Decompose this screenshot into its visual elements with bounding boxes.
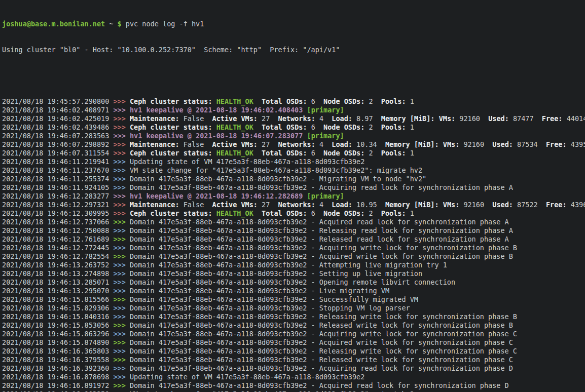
log-timestamp: 2021/08/18 19:46:02.408971 <box>2 106 113 114</box>
blank-line <box>2 71 585 80</box>
prompt-user-host: joshua@base.m.bonilan.net <box>2 20 105 28</box>
log-line-vm-event: 2021/08/18 19:46:11.924105 >>> Domain 41… <box>2 183 585 192</box>
log-line-vm-event: 2021/08/18 19:46:12.772445 >>> Domain 41… <box>2 244 585 252</box>
node-osds-label: Node OSDs: <box>323 149 364 157</box>
log-output: 2021/08/18 19:45:57.290800 >>> Ceph clus… <box>2 97 585 392</box>
networks-value: 4 <box>315 140 332 148</box>
log-message-text: Domain 417e5a3f-88eb-467a-a118-8d093cfb3… <box>130 226 513 234</box>
total-osds-value: 6 <box>307 149 324 157</box>
log-message-text: Domain 417e5a3f-88eb-467a-a118-8d093cfb3… <box>130 364 513 372</box>
load-value: 10.34 <box>352 140 385 148</box>
free-value: 44014 <box>563 114 585 123</box>
total-osds-label: Total OSDs: <box>262 97 307 105</box>
log-level-marker: >>> <box>113 114 125 123</box>
log-line-vm-event: 2021/08/18 19:46:16.903250 >>> VM state … <box>2 390 585 392</box>
log-line-vm-event: 2021/08/18 19:46:13.295070 >>> Domain 41… <box>2 287 585 295</box>
vms-value: 92160 <box>459 201 492 209</box>
log-line-ceph-status: 2021/08/18 19:46:02.439486 >>> Ceph clus… <box>2 123 585 132</box>
log-message-text: VM state change for "417e5a3f-88eb-467a-… <box>130 166 422 174</box>
log-message-text: Domain 417e5a3f-88eb-467a-a118-8d093cfb3… <box>130 235 509 243</box>
log-timestamp: 2021/08/18 19:46:16.365803 <box>2 347 113 355</box>
spacer <box>126 356 130 364</box>
load-label: Load: <box>332 201 352 209</box>
log-line-node-status: 2021/08/18 19:46:12.297321 >>> Maintenan… <box>2 201 585 209</box>
log-level-marker: >>> <box>113 287 125 295</box>
log-message-text: Domain 417e5a3f-88eb-467a-a118-8d093cfb3… <box>130 287 389 295</box>
log-timestamp: 2021/08/18 19:46:12.772445 <box>2 244 113 252</box>
log-timestamp: 2021/08/18 19:46:16.392360 <box>2 364 113 372</box>
log-level-marker: >>> <box>113 183 125 191</box>
spacer <box>126 226 130 234</box>
active-vms-value: 27 <box>258 114 278 123</box>
log-level-marker: >>> <box>113 321 125 329</box>
health-status-value: HEALTH_OK <box>216 149 253 157</box>
total-osds-value: 6 <box>307 97 324 105</box>
spacer <box>435 114 439 123</box>
load-label: Load: <box>332 114 352 123</box>
total-osds-label: Total OSDs: <box>262 149 307 157</box>
spacer <box>212 149 216 157</box>
used-label: Used: <box>492 140 513 148</box>
log-line-ceph-status: 2021/08/18 19:46:12.309995 >>> Ceph clus… <box>2 209 585 218</box>
spacer <box>126 347 130 355</box>
used-label: Used: <box>492 201 513 209</box>
spacer <box>303 192 307 200</box>
terminal-window[interactable]: joshua@base.m.bonilan.net ~ $ pvc node l… <box>0 0 585 392</box>
active-vms-label: Active VMs: <box>212 140 258 148</box>
pools-value: 1 <box>406 209 414 217</box>
log-timestamp: 2021/08/18 19:46:15.829306 <box>2 304 113 312</box>
prompt-command: pvc node log -f hv1 <box>126 20 204 28</box>
log-line-vm-event: 2021/08/18 19:46:12.761689 >>> Domain 41… <box>2 235 585 244</box>
active-vms-value: 27 <box>258 201 278 209</box>
log-level-marker: >>> <box>113 235 125 243</box>
log-message-text: Domain 417e5a3f-88eb-467a-a118-8d093cfb3… <box>130 347 517 355</box>
total-osds-label: Total OSDs: <box>262 209 307 217</box>
ceph-status-label: Ceph cluster status: <box>130 209 212 217</box>
free-value: 43961 <box>567 201 585 209</box>
spacer <box>126 218 130 226</box>
log-line-ceph-status: 2021/08/18 19:45:57.290800 >>> Ceph clus… <box>2 97 585 106</box>
health-status-value: HEALTH_OK <box>216 97 253 105</box>
log-line-vm-event: 2021/08/18 19:46:16.365803 >>> Domain 41… <box>2 347 585 356</box>
free-label: Free: <box>546 140 567 148</box>
log-message-text: Updating state of VM 417e5a3f-88eb-467a-… <box>130 373 364 381</box>
log-level-marker: >>> <box>113 381 125 389</box>
log-message-text: Domain 417e5a3f-88eb-467a-a118-8d093cfb3… <box>130 312 517 321</box>
networks-value: 4 <box>315 114 332 123</box>
log-line-node-status: 2021/08/18 19:46:02.425019 >>> Maintenan… <box>2 114 585 123</box>
spacer <box>126 312 130 321</box>
log-line-vm-event: 2021/08/18 19:46:12.750088 >>> Domain 41… <box>2 226 585 235</box>
vms-label: VMs: <box>443 140 460 148</box>
spacer <box>126 106 130 114</box>
log-line-vm-event: 2021/08/18 19:46:12.737066 >>> Domain 41… <box>2 218 585 226</box>
spacer <box>303 106 307 114</box>
log-line-node-status: 2021/08/18 19:46:07.298892 >>> Maintenan… <box>2 140 585 149</box>
log-line-keepalive: 2021/08/18 19:46:12.283277 >>> hv1 keepa… <box>2 192 585 201</box>
spacer <box>126 235 130 243</box>
used-value: 87534 <box>513 140 546 148</box>
free-label: Free: <box>542 114 563 123</box>
networks-label: Networks: <box>278 114 315 123</box>
keepalive-text: hv1 keepalive @ 2021-08-18 19:46:07.2830… <box>130 132 303 140</box>
log-message-text: Domain 417e5a3f-88eb-467a-a118-8d093cfb3… <box>130 381 509 389</box>
free-label: Free: <box>546 201 567 209</box>
spacer <box>253 123 262 131</box>
spacer <box>126 97 130 105</box>
log-timestamp: 2021/08/18 19:46:15.874890 <box>2 338 113 346</box>
spacer <box>303 132 307 140</box>
vms-label: VMs: <box>439 114 456 123</box>
spacer <box>212 209 216 217</box>
keepalive-text: hv1 keepalive @ 2021-08-18 19:46:12.2826… <box>130 192 303 200</box>
spacer <box>126 390 130 392</box>
log-level-marker: >>> <box>113 364 125 372</box>
pools-label: Pools: <box>381 209 406 217</box>
log-timestamp: 2021/08/18 19:46:12.309995 <box>2 209 113 217</box>
log-line-keepalive: 2021/08/18 19:46:07.283563 >>> hv1 keepa… <box>2 132 585 140</box>
log-timestamp: 2021/08/18 19:46:16.379558 <box>2 356 113 364</box>
vms-value: 92160 <box>459 140 492 148</box>
spacer <box>126 201 130 209</box>
active-vms-value: 27 <box>258 140 278 148</box>
ceph-status-label: Ceph cluster status: <box>130 97 212 105</box>
spacer <box>126 373 130 381</box>
node-osds-label: Node OSDs: <box>323 97 364 105</box>
